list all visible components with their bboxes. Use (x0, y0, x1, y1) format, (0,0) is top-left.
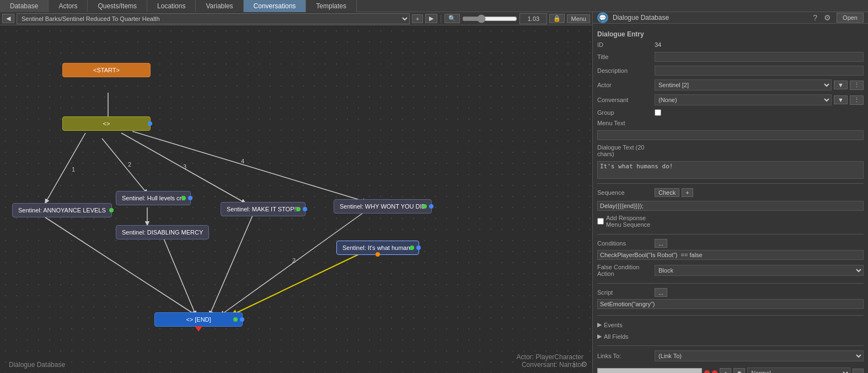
links-input[interactable] (597, 368, 702, 373)
prev-button[interactable]: ◀ (2, 14, 14, 23)
events-expandable[interactable]: ▶ Events (597, 321, 864, 328)
right-panel-header: 💬 Dialogue Database ? ⚙ Open (593, 12, 868, 24)
sequence-row: Sequence Check + (597, 188, 864, 197)
tab-database[interactable]: Database (0, 0, 49, 12)
svg-line-7 (163, 236, 196, 315)
tab-locations[interactable]: Locations (147, 0, 196, 12)
node-d4-dot2 (296, 207, 301, 211)
add-button[interactable]: + (412, 14, 423, 23)
actor-expand-btn[interactable]: ▼ (834, 81, 848, 89)
actor-select[interactable]: Sentinel [2] (655, 79, 832, 90)
group-checkbox[interactable] (655, 109, 661, 116)
lock-button[interactable]: 🔒 (549, 14, 565, 23)
node-d6[interactable]: Sentinel: It's what humans (336, 241, 419, 255)
script-row: Script ... (597, 288, 864, 297)
canvas-area: ◀ Sentinel Barks/Sentinel Reduced To Qua… (0, 12, 592, 373)
events-arrow: ▶ (597, 321, 602, 328)
right-panel-content: Dialogue Entry ID 34 Title Description A… (593, 24, 868, 373)
zoom-slider[interactable] (462, 14, 517, 23)
node-end-dot-blue (240, 317, 244, 322)
node-start[interactable]: <START> (62, 63, 151, 77)
links-input-row: ▲ ▼ Normal − (597, 367, 864, 373)
node-canvas[interactable]: 1 2 3 4 2 <START> <> (0, 25, 592, 373)
node-d4[interactable]: Sentinel: MAKE IT STOP!!! (221, 202, 306, 216)
open-button[interactable]: Open (837, 13, 864, 23)
links-minus-btn[interactable]: − (853, 369, 864, 373)
desc-input[interactable] (655, 66, 864, 76)
conditions-label: Conditions (597, 240, 652, 247)
tab-quests[interactable]: Quests/Items (88, 0, 147, 12)
right-panel: 💬 Dialogue Database ? ⚙ Open Dialogue En… (592, 12, 868, 373)
links-to-select[interactable]: (Link To) (655, 350, 864, 361)
conversant-more-btn[interactable]: ⋮ (850, 95, 864, 105)
conditions-more-btn[interactable]: ... (655, 239, 667, 248)
node-end-dot-green (233, 317, 238, 322)
divider5 (597, 345, 864, 346)
svg-line-2 (102, 138, 147, 194)
link-up-btn[interactable]: ▲ (720, 368, 731, 373)
tab-actors[interactable]: Actors (49, 0, 88, 12)
conditions-row: Conditions ... (597, 239, 864, 248)
logo-icon: 💬 (597, 12, 608, 23)
search-button[interactable]: 🔍 (444, 14, 460, 23)
tab-variables[interactable]: Variables (196, 0, 243, 12)
menu-text-label: Menu Text (597, 120, 652, 126)
node-d4-dot (303, 207, 307, 211)
more-icon[interactable]: ⋮ (570, 360, 578, 369)
menu-button[interactable]: Menu (567, 14, 590, 23)
svg-text:4: 4 (241, 158, 244, 164)
top-menu-bar: Database Actors Quests/Items Locations V… (0, 0, 868, 12)
sequence-input[interactable] (597, 201, 864, 211)
normal-select[interactable]: Normal (747, 367, 850, 373)
svg-line-8 (210, 213, 254, 315)
tab-templates[interactable]: Templates (306, 0, 357, 12)
link-down-btn[interactable]: ▼ (733, 368, 745, 373)
dialogue-entry-title: Dialogue Entry (597, 30, 864, 38)
dialogue-text-area[interactable]: It's what humans do! (597, 161, 864, 179)
group-row: Group (597, 109, 864, 116)
node-d5-label: Sentinel: WHY WONT YOU DIE (340, 203, 426, 210)
path-dropdown[interactable]: Sentinel Barks/Sentinel Reduced To Quart… (17, 13, 410, 24)
conversant-select[interactable]: (None) (655, 94, 832, 105)
right-panel-title: Dialogue Database (613, 14, 807, 22)
actor-row: Actor Sentinel [2] ▼ ⋮ (597, 79, 864, 90)
node-d3[interactable]: Sentinel: DISABLING MERCY (116, 225, 209, 239)
node-end-triangle (195, 326, 202, 332)
dialogue-text-label: Dialogue Text (20 chars) (597, 144, 652, 157)
conditions-input[interactable] (597, 250, 864, 260)
menu-text-input[interactable] (597, 130, 864, 140)
conversant-expand-btn[interactable]: ▼ (834, 95, 848, 104)
title-input[interactable] (655, 52, 864, 62)
node-condition[interactable]: <> (62, 116, 151, 131)
settings-button[interactable]: ⚙ (823, 12, 832, 23)
divider1 (597, 183, 864, 184)
false-condition-select[interactable]: Block (655, 265, 864, 276)
svg-text:1: 1 (72, 166, 75, 173)
actor-label: Actor (597, 82, 652, 88)
toolbar: ◀ Sentinel Barks/Sentinel Reduced To Qua… (0, 12, 592, 25)
actor-more-btn[interactable]: ⋮ (850, 81, 864, 90)
gear-icon[interactable]: ⚙ (581, 360, 588, 369)
node-d2[interactable]: Sentinel: Hull levels crit (116, 191, 191, 205)
node-d1[interactable]: Sentinel: ANNOYANCE LEVELS (12, 203, 112, 217)
svg-line-1 (45, 133, 85, 203)
divider3 (597, 283, 864, 284)
script-input[interactable] (597, 299, 864, 309)
add-response-checkbox[interactable] (597, 218, 604, 225)
help-button[interactable]: ? (812, 12, 818, 23)
node-d1-label: Sentinel: ANNOYANCE LEVELS (18, 207, 106, 214)
false-condition-label: False Condition Action (597, 264, 652, 277)
check-button[interactable]: Check (655, 188, 679, 197)
node-d6-dot-orange (376, 252, 380, 257)
events-label: Events (604, 322, 623, 328)
tab-conversations[interactable]: Conversations (244, 0, 307, 12)
node-d5-dot (429, 204, 433, 209)
node-d5[interactable]: Sentinel: WHY WONT YOU DIE (334, 199, 432, 214)
seq-add-button[interactable]: + (682, 188, 693, 197)
script-more-btn[interactable]: ... (655, 288, 667, 297)
all-fields-expandable[interactable]: ▶ All Fields (597, 333, 864, 340)
canvas-title-label: Dialogue Database (9, 361, 65, 369)
node-end[interactable]: <> [END] (154, 312, 243, 327)
zoom-display[interactable] (519, 13, 547, 24)
next-button[interactable]: ▶ (425, 14, 437, 23)
